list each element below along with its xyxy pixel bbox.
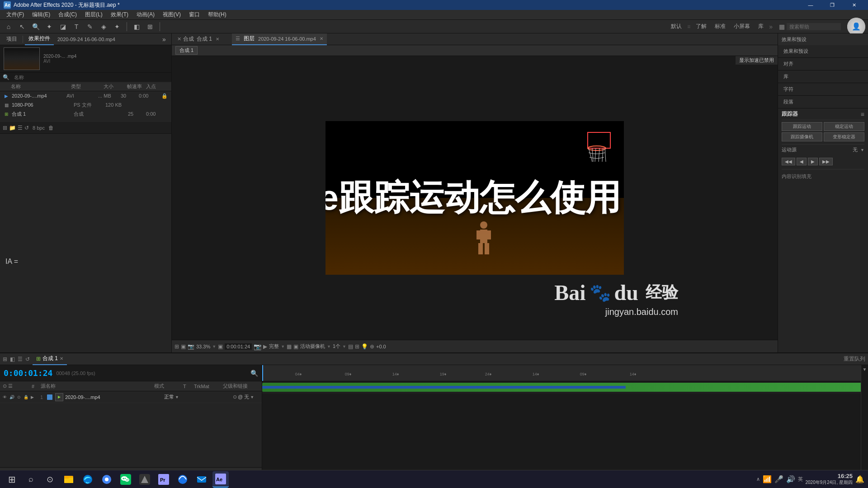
- trkmat-col[interactable]: TrkMat: [194, 384, 221, 389]
- layer-tab-close[interactable]: ✕: [320, 36, 323, 41]
- timeline-search-icon[interactable]: 🔍: [250, 370, 258, 377]
- tray-lang[interactable]: 英: [798, 476, 803, 483]
- taskbar-ae-button[interactable]: Ae: [212, 471, 229, 488]
- workspace-library[interactable]: 库: [755, 22, 766, 31]
- tool-camera[interactable]: ◪: [57, 21, 69, 32]
- file-row-video[interactable]: ▶ 2020-09-....mp4 AVI ... MB 30 0:00 🔒: [0, 91, 171, 100]
- col-type-header[interactable]: 类型: [71, 83, 103, 90]
- menu-view[interactable]: 视图(V): [159, 10, 184, 20]
- tray-volume-icon[interactable]: 🔊: [786, 475, 795, 483]
- tool-pen[interactable]: ✎: [84, 21, 96, 32]
- paragraph-item[interactable]: 段落: [782, 98, 864, 106]
- layer-lock-icon[interactable]: 🔒: [23, 394, 29, 400]
- timeline-reset-label[interactable]: 重置队列: [844, 355, 865, 363]
- workspace-standard[interactable]: 标准: [712, 22, 728, 31]
- help-search-input[interactable]: [787, 23, 841, 30]
- t-col[interactable]: T: [183, 384, 192, 389]
- tool-text[interactable]: T: [71, 21, 82, 32]
- tool-shape[interactable]: ◈: [98, 21, 109, 32]
- tool-home[interactable]: ⌂: [3, 21, 14, 32]
- character-item[interactable]: 字符: [782, 85, 864, 94]
- menu-animation[interactable]: 动画(A): [133, 10, 158, 20]
- clock-display[interactable]: 16:25 2020年9月24日, 星期四: [806, 473, 853, 486]
- layer-eye-icon[interactable]: 👁: [2, 394, 8, 400]
- taskbar-chrome-button[interactable]: [99, 471, 115, 488]
- workspace-default[interactable]: 默认: [668, 22, 684, 31]
- track-camera-button[interactable]: 跟踪摄像机: [782, 132, 822, 141]
- menu-file[interactable]: 文件(F): [3, 10, 28, 20]
- comp-tab-layer[interactable]: ☰ 图层 2020-09-24 16-06-00.mp4 ✕: [232, 33, 327, 45]
- menu-help[interactable]: 帮助(H): [204, 10, 230, 20]
- stabilize-motion-button[interactable]: 稳定运动: [824, 122, 864, 131]
- mode-col[interactable]: 模式: [154, 383, 181, 389]
- col-in-header[interactable]: 入点: [146, 83, 169, 90]
- tool-align-left[interactable]: ◧: [131, 21, 142, 32]
- tray-microphone-icon[interactable]: 🎤: [774, 475, 783, 483]
- col-name-header[interactable]: 名称: [11, 83, 70, 90]
- menu-composition[interactable]: 合成(C): [55, 10, 80, 20]
- tool-select[interactable]: ↖: [16, 21, 28, 32]
- align-item[interactable]: 对齐: [782, 60, 864, 68]
- parent-col[interactable]: 父级和链接: [223, 383, 259, 389]
- layer-mode-dropdown[interactable]: 正常 ▼: [164, 394, 191, 400]
- taskbar-app5-button[interactable]: [137, 471, 153, 488]
- workspace-small-screen[interactable]: 小屏幕: [731, 22, 753, 31]
- tool-puppet[interactable]: ✦: [111, 21, 123, 32]
- project-search-input[interactable]: [11, 74, 169, 81]
- tool-hand[interactable]: ✦: [43, 21, 55, 32]
- timeline-right-arrow[interactable]: ▼: [863, 367, 867, 372]
- preview-screenshot-icon[interactable]: 📷: [254, 343, 261, 350]
- tool-search[interactable]: 🔍: [30, 21, 42, 32]
- tracker-back-start[interactable]: ◀◀: [782, 158, 795, 165]
- timeline-tab-comp1[interactable]: ⊞ 合成 1 ✕: [33, 353, 67, 365]
- comp-tab-close[interactable]: ✕: [216, 37, 219, 42]
- taskbar-cortana-button[interactable]: ⊙: [42, 471, 58, 488]
- warp-stabilizer-button[interactable]: 变形稳定器: [824, 132, 864, 141]
- track-motion-button[interactable]: 跟踪运动: [782, 122, 822, 131]
- taskbar-mail-button[interactable]: [193, 471, 210, 488]
- layer-parent-1[interactable]: ⊙ @ 无 ▼: [233, 394, 260, 400]
- comp-tab-main[interactable]: ✕ 合成 合成 1 ✕: [174, 33, 223, 45]
- tray-expand-icon[interactable]: ∧: [756, 476, 760, 482]
- motion-source-dropdown[interactable]: ▼: [860, 148, 864, 152]
- menu-effect[interactable]: 效果(T): [107, 10, 132, 20]
- taskbar-explorer-button[interactable]: [61, 471, 77, 488]
- time-code[interactable]: 0:00:01:24: [4, 368, 52, 378]
- tracker-menu-button[interactable]: ≡: [861, 111, 864, 118]
- tab-project[interactable]: 项目: [3, 33, 21, 45]
- col-size-header[interactable]: 大小: [104, 83, 126, 90]
- workspace-learn[interactable]: 了解: [693, 22, 709, 31]
- file-row-image[interactable]: ▦ 1080-P06 PS 文件 120 KB: [0, 100, 171, 109]
- effects-presets-item[interactable]: 效果和预设: [782, 47, 864, 56]
- taskbar-search-button[interactable]: ⌕: [23, 471, 39, 488]
- tool-align[interactable]: ⊞: [144, 21, 156, 32]
- preview-camera-mode[interactable]: 活动摄像机: [300, 343, 325, 350]
- menu-window[interactable]: 窗口: [185, 10, 203, 20]
- file-row-comp[interactable]: ⊞ 合成 1 合成 25 0:00: [0, 109, 171, 118]
- timeline-tab-close[interactable]: ✕: [60, 356, 63, 361]
- close-tab-main[interactable]: ✕: [177, 36, 181, 42]
- tray-notification-icon[interactable]: 🔔: [855, 475, 864, 483]
- layer-row-1[interactable]: 👁 🔊 ⊙ 🔒 ▶ 1 ▶ 2020-09-....mp4: [0, 391, 262, 403]
- close-button[interactable]: ✕: [844, 0, 864, 10]
- taskbar-premiere-button[interactable]: Pr: [156, 471, 172, 488]
- source-name-col[interactable]: 源名称: [41, 383, 152, 389]
- panel-menu-button[interactable]: »: [160, 35, 169, 44]
- layer-solo-icon[interactable]: ⊙: [16, 394, 22, 400]
- timeline-ruler[interactable]: 04♦ 09♦ 14♦ 19♦ 24♦ 14♦ 09♦ 14♦: [262, 365, 868, 381]
- tab-effects-controls[interactable]: 效果控件: [25, 33, 54, 45]
- timeline-playhead[interactable]: [262, 365, 263, 381]
- preview-area[interactable]: 显示加速已禁用: [172, 56, 778, 340]
- tracker-forward[interactable]: ▶: [808, 158, 818, 165]
- layer-audio-icon[interactable]: 🔊: [9, 394, 15, 400]
- menu-edit[interactable]: 编辑(E): [28, 10, 54, 20]
- col-fps-header[interactable]: 帧速率: [127, 83, 145, 90]
- tray-network-icon[interactable]: 📶: [763, 475, 772, 483]
- minimize-button[interactable]: —: [800, 0, 821, 10]
- taskbar-browser2-button[interactable]: [175, 471, 191, 488]
- taskbar-wechat-button[interactable]: [118, 471, 134, 488]
- preview-quality-label[interactable]: 完整: [269, 343, 279, 350]
- taskbar-edge-button[interactable]: [80, 471, 96, 488]
- preview-camera-count[interactable]: 1个: [333, 343, 340, 350]
- tracker-forward-end[interactable]: ▶▶: [819, 158, 833, 165]
